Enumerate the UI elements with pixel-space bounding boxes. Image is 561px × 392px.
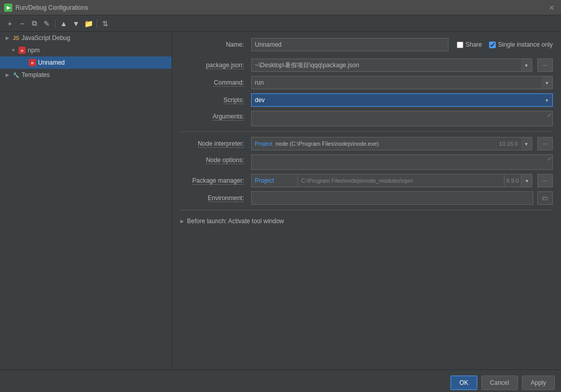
section-divider-2 <box>180 210 553 210</box>
npm-icon: n <box>18 47 26 54</box>
package-json-browse-btn[interactable]: ··· <box>537 58 553 72</box>
node-interpreter-browse-btn[interactable]: ··· <box>537 137 553 150</box>
add-button[interactable]: + <box>4 18 15 29</box>
package-json-combo: ▾ <box>251 58 532 72</box>
sort-button[interactable]: ⇅ <box>100 18 111 29</box>
arguments-area[interactable]: ⤢ <box>251 111 553 126</box>
command-input[interactable] <box>251 76 541 89</box>
ok-button[interactable]: OK <box>451 376 477 390</box>
wrench-icon: 🔧 <box>12 71 20 79</box>
package-manager-label: Package manager: <box>180 177 247 184</box>
node-path: node (C:\Program Files\nodejs\node.exe) <box>275 141 379 147</box>
environment-folder-btn[interactable]: 🗁 <box>537 191 553 205</box>
package-manager-path: C:\Program Files\nodejs\node_modules\npm <box>297 174 504 187</box>
toolbar: + − ⧉ ✎ ▲ ▼ 📁 ⇅ <box>0 15 561 32</box>
toolbar-separator-2 <box>97 19 97 28</box>
scripts-label: Scripts: <box>180 96 247 104</box>
scripts-combo: ▾ <box>251 93 553 107</box>
node-options-area[interactable]: ⤢ <box>251 154 553 170</box>
tree-label-templates: Templates <box>22 71 50 79</box>
package-manager-badge: Project <box>251 174 297 187</box>
package-json-row: package.json: ▾ ··· <box>180 58 553 72</box>
unnamed-icon: n <box>29 59 36 66</box>
tree-item-npm[interactable]: ▼ n npm <box>0 44 172 56</box>
title-bar-text: Run/Debug Configurations <box>15 4 88 11</box>
environment-row: Environment: 🗁 <box>180 191 553 205</box>
move-up-button[interactable]: ▲ <box>58 18 69 29</box>
package-manager-combo: Project C:\Program Files\nodejs\node_mod… <box>251 174 532 187</box>
move-down-button[interactable]: ▼ <box>70 18 82 29</box>
tree-label-unnamed: Unnamed <box>38 59 65 66</box>
package-manager-version: 6.9.0 <box>504 174 521 187</box>
package-json-input[interactable] <box>251 58 521 72</box>
single-instance-wrap: Single instance only <box>489 41 553 48</box>
package-manager-browse-btn[interactable]: ··· <box>537 174 553 187</box>
remove-button[interactable]: − <box>16 18 28 29</box>
package-json-dropdown-btn[interactable]: ▾ <box>521 58 532 72</box>
node-interpreter-row: Node interpreter: Project node (C:\Progr… <box>180 137 553 150</box>
share-checkbox[interactable] <box>457 42 463 48</box>
package-manager-row: Package manager: Project C:\Program File… <box>180 174 553 187</box>
apply-button[interactable]: Apply <box>522 376 555 390</box>
node-options-label: Node options: <box>180 154 247 164</box>
node-badge: Project <box>255 141 272 147</box>
command-dropdown-btn[interactable]: ▾ <box>541 76 553 89</box>
before-launch[interactable]: ▶ Before launch: Activate tool window <box>180 215 553 227</box>
tree-arrow-js: ▶ <box>4 35 10 41</box>
close-button[interactable]: ✕ <box>547 3 557 13</box>
name-label: Name: <box>180 41 247 48</box>
title-bar: ▶ Run/Debug Configurations ✕ <box>0 0 561 15</box>
environment-label: Environment: <box>180 194 247 202</box>
tree-arrow-unnamed <box>21 60 27 66</box>
scripts-dropdown-btn[interactable]: ▾ <box>541 93 553 107</box>
scripts-input[interactable] <box>251 93 541 107</box>
single-instance-label: Single instance only <box>498 41 553 48</box>
package-manager-dropdown-btn[interactable]: ▾ <box>521 174 532 187</box>
js-debug-icon: JS <box>12 34 20 42</box>
node-interpreter-label: Node interpreter: <box>180 140 247 147</box>
package-json-label: package.json: <box>180 62 247 69</box>
before-launch-arrow: ▶ <box>180 219 184 224</box>
cancel-button[interactable]: Cancel <box>481 376 518 390</box>
command-combo: ▾ <box>251 76 553 89</box>
tree-item-js-debug[interactable]: ▶ JS JavaScript Debug <box>0 32 172 44</box>
name-input[interactable] <box>251 38 448 51</box>
environment-input[interactable] <box>251 191 533 205</box>
tree-item-unnamed[interactable]: n Unnamed <box>0 56 172 69</box>
folder-button[interactable]: 📁 <box>83 18 94 29</box>
left-panel: ▶ JS JavaScript Debug ▼ n npm n Unnamed … <box>0 32 172 369</box>
bottom-bar: OK Cancel Apply <box>0 369 561 392</box>
share-checkbox-wrap: Share <box>457 41 482 48</box>
single-instance-checkbox[interactable] <box>489 42 496 48</box>
share-area: Share Single instance only <box>457 41 553 48</box>
app-icon: ▶ <box>4 4 12 12</box>
tree-arrow-templates: ▶ <box>4 72 10 78</box>
toolbar-separator <box>55 19 55 28</box>
arguments-row: Arguments: ⤢ <box>180 111 553 126</box>
tree-arrow-npm: ▼ <box>10 47 16 53</box>
share-label: Share <box>465 41 482 48</box>
command-label: Command: <box>180 79 247 86</box>
name-row: Name: Share Single instance only <box>180 38 553 51</box>
tree-item-templates[interactable]: ▶ 🔧 Templates <box>0 69 172 81</box>
tree-label-npm: npm <box>28 47 40 54</box>
copy-button[interactable]: ⧉ <box>29 18 40 29</box>
edit-button[interactable]: ✎ <box>41 18 52 29</box>
dialog-body: ▶ JS JavaScript Debug ▼ n npm n Unnamed … <box>0 32 561 369</box>
right-panel: Name: Share Single instance only package… <box>172 32 561 369</box>
tree-label-js-debug: JavaScript Debug <box>22 34 70 42</box>
arguments-label: Arguments: <box>180 111 247 120</box>
section-divider <box>180 131 553 132</box>
node-options-row: Node options: ⤢ <box>180 154 553 170</box>
node-interpreter-dropdown-btn[interactable]: ▾ <box>521 137 532 150</box>
before-launch-label: Before launch: Activate tool window <box>187 218 284 225</box>
command-row: Command: ▾ <box>180 76 553 89</box>
expand-icon[interactable]: ⤢ <box>547 112 551 118</box>
node-interpreter-input: Project node (C:\Program Files\nodejs\no… <box>251 137 521 150</box>
node-options-expand-icon[interactable]: ⤢ <box>547 156 551 162</box>
scripts-row: Scripts: ▾ <box>180 93 553 107</box>
node-version: 10.16.0 <box>499 141 518 147</box>
